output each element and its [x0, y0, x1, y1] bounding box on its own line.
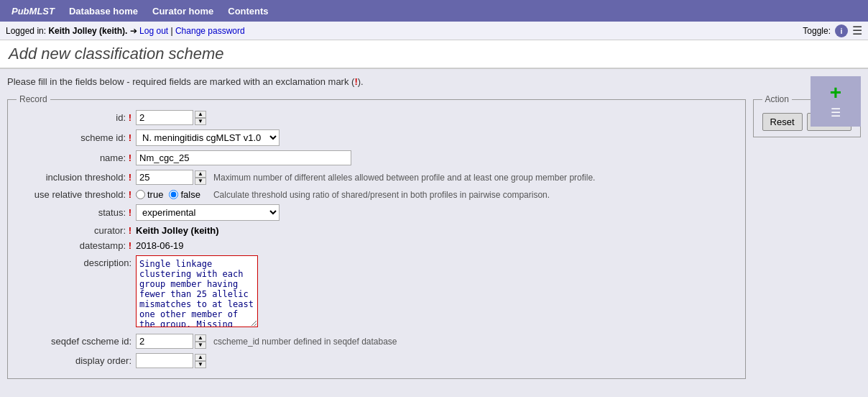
database-home-link[interactable]: Database home: [63, 3, 144, 19]
top-navigation: PubMLST Database home Curator home Conte…: [0, 0, 868, 22]
lines-icon: ☰: [831, 106, 841, 119]
datestamp-label: datestamp: !: [17, 240, 131, 251]
main-content: Please fill in the fields below - requir…: [0, 69, 868, 397]
toggle-info-icon[interactable]: i: [835, 24, 848, 37]
seqdef-cscheme-id-hint: cscheme_id number defined in seqdef data…: [213, 337, 397, 347]
brand-logo[interactable]: PubMLST: [6, 3, 60, 19]
scheme-id-label: scheme id: !: [17, 132, 131, 143]
seqdef-cscheme-id-input-group: ▲ ▼ cscheme_id number defined in seqdef …: [136, 334, 397, 349]
use-relative-threshold-row: use relative threshold: ! true false Cal…: [17, 189, 737, 200]
record-legend: Record: [17, 94, 50, 104]
datestamp-value-group: 2018-06-19: [136, 240, 184, 251]
radio-false[interactable]: [169, 190, 178, 199]
logout-icon: ➔: [130, 26, 137, 36]
status-input-group: experimental stable testing: [136, 204, 280, 221]
status-row: status: ! experimental stable testing: [17, 204, 737, 221]
info-text: Please fill in the fields below - requir…: [7, 76, 861, 87]
form-area: Record id: ! ▲ ▼ scheme id:: [7, 94, 861, 379]
inclusion-threshold-spinner[interactable]: ▲ ▼: [195, 170, 206, 185]
logout-link[interactable]: Log out: [139, 26, 168, 36]
display-order-up-btn[interactable]: ▲: [195, 354, 206, 361]
seqdef-down-btn[interactable]: ▼: [195, 342, 206, 349]
logged-in-text: Logged in:: [6, 26, 48, 36]
threshold-down-btn[interactable]: ▼: [195, 178, 206, 185]
display-order-row: display order: ▲ ▼: [17, 353, 737, 368]
curator-required: !: [129, 225, 131, 236]
threshold-up-btn[interactable]: ▲: [195, 170, 206, 178]
hamburger-menu-icon[interactable]: ☰: [852, 24, 862, 37]
login-bar: Logged in: Keith Jolley (keith). ➔ Log o…: [0, 22, 868, 40]
curator-value: Keith Jolley (keith): [136, 225, 219, 236]
id-row: id: ! ▲ ▼: [17, 110, 737, 125]
info-message: Please fill in the fields below - requir…: [7, 76, 364, 87]
inclusion-threshold-input-group: ▲ ▼ Maximum number of different alleles …: [136, 170, 595, 185]
inclusion-threshold-row: inclusion threshold: ! ▲ ▼ Maximum numbe…: [17, 170, 737, 185]
name-required: !: [129, 152, 131, 163]
inclusion-threshold-required: !: [129, 172, 131, 183]
logged-in-user: Keith Jolley (keith).: [48, 26, 127, 36]
datestamp-required: !: [129, 240, 131, 251]
use-relative-threshold-input-group: true false Calculate threshold using rat…: [136, 189, 550, 200]
display-order-spinner[interactable]: ▲ ▼: [195, 354, 206, 368]
seqdef-cscheme-id-spinner[interactable]: ▲ ▼: [195, 334, 206, 349]
status-label: status: !: [17, 207, 131, 218]
radio-true[interactable]: [136, 190, 145, 199]
radio-true-label[interactable]: true: [136, 189, 163, 200]
curator-label: curator: !: [17, 225, 131, 236]
display-order-down-btn[interactable]: ▼: [195, 361, 206, 368]
plus-icon: +: [830, 83, 841, 103]
page-title: Add new classification scheme: [9, 45, 859, 63]
exclamation-mark: !: [354, 76, 357, 87]
toggle-label: Toggle:: [803, 26, 831, 36]
use-relative-threshold-label: use relative threshold: !: [17, 189, 131, 200]
id-input[interactable]: [136, 110, 193, 125]
use-relative-threshold-required: !: [129, 189, 131, 200]
curator-home-link[interactable]: Curator home: [147, 3, 219, 19]
datestamp-value: 2018-06-19: [136, 240, 184, 251]
description-textarea[interactable]: Single linkage clustering with each grou…: [136, 255, 258, 327]
curator-row: curator: ! Keith Jolley (keith): [17, 225, 737, 236]
id-down-btn[interactable]: ▼: [195, 118, 206, 125]
seqdef-cscheme-id-label: seqdef cscheme id:: [17, 336, 131, 347]
change-password-link[interactable]: Change password: [175, 26, 245, 36]
toggle-area: Toggle: i ☰: [803, 24, 862, 37]
id-label: id: !: [17, 112, 131, 123]
reset-button[interactable]: Reset: [762, 113, 803, 131]
use-relative-threshold-hint: Calculate threshold using ratio of share…: [213, 190, 550, 200]
description-input-group: Single linkage clustering with each grou…: [136, 255, 258, 329]
scheme-id-row: scheme id: ! N. meningitidis cgMLST v1.0: [17, 129, 737, 146]
seqdef-up-btn[interactable]: ▲: [195, 334, 206, 342]
id-required: !: [129, 112, 131, 123]
datestamp-row: datestamp: ! 2018-06-19: [17, 240, 737, 251]
scheme-id-select[interactable]: N. meningitidis cgMLST v1.0: [136, 129, 280, 146]
scheme-id-input-group: N. meningitidis cgMLST v1.0: [136, 129, 280, 146]
login-info: Logged in: Keith Jolley (keith). ➔ Log o…: [6, 26, 245, 36]
display-order-label: display order:: [17, 355, 131, 366]
action-legend: Action: [762, 94, 792, 104]
radio-false-label[interactable]: false: [169, 189, 200, 200]
description-row: description: Single linkage clustering w…: [17, 255, 737, 329]
page-title-bar: Add new classification scheme: [0, 40, 868, 69]
display-order-input-group: ▲ ▼: [136, 353, 206, 368]
inclusion-threshold-label: inclusion threshold: !: [17, 172, 131, 183]
name-input-group: [136, 150, 351, 165]
id-up-btn[interactable]: ▲: [195, 111, 206, 118]
id-spinner[interactable]: ▲ ▼: [195, 111, 206, 125]
inclusion-threshold-input[interactable]: [136, 170, 193, 185]
inclusion-threshold-hint: Maximum number of different alleles allo…: [213, 173, 595, 183]
description-label: description:: [17, 257, 131, 268]
scheme-id-required: !: [129, 132, 131, 143]
contents-link[interactable]: Contents: [222, 3, 274, 19]
curator-value-group: Keith Jolley (keith): [136, 225, 219, 236]
name-input[interactable]: [136, 150, 351, 165]
display-order-input[interactable]: [136, 353, 193, 368]
status-select[interactable]: experimental stable testing: [136, 204, 280, 221]
record-fieldset: Record id: ! ▲ ▼ scheme id:: [7, 94, 746, 379]
add-new-icon-box[interactable]: + ☰: [811, 76, 861, 127]
status-required: !: [129, 207, 131, 218]
seqdef-cscheme-id-input[interactable]: [136, 334, 193, 349]
seqdef-cscheme-id-row: seqdef cscheme id: ▲ ▼ cscheme_id number…: [17, 334, 737, 349]
name-label: name: !: [17, 152, 131, 163]
id-input-group: ▲ ▼: [136, 110, 206, 125]
name-row: name: !: [17, 150, 737, 165]
